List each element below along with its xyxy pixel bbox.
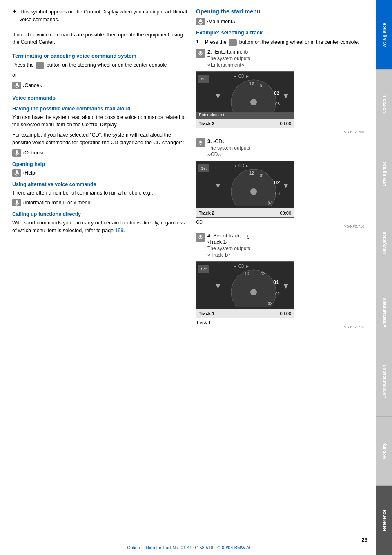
svg-point-23 xyxy=(250,188,257,195)
help-cmd-text: ›Help‹ xyxy=(23,170,37,176)
display3-track-label: Track 1 xyxy=(196,320,364,325)
sidebar-tab-mobility[interactable]: Mobility xyxy=(376,416,392,486)
svg-text:05: 05 xyxy=(256,205,261,206)
track-time-2: 00:00 xyxy=(280,210,291,215)
svg-rect-30 xyxy=(199,235,201,237)
svg-rect-10 xyxy=(199,51,201,54)
svg-text:03: 03 xyxy=(275,191,280,196)
step4-output-result: ››Track 1‹‹ xyxy=(207,252,364,258)
opening-start-menu-heading: Opening the start menu xyxy=(196,8,364,15)
page-number: 23 xyxy=(362,537,368,543)
step2-output-result: ››Entertainment‹‹ xyxy=(207,62,364,68)
svg-point-33 xyxy=(250,289,257,295)
no-other-text: If no other voice commands are possible,… xyxy=(12,31,188,47)
step2-content: 2. ›Entertainment‹ The system outputs: ›… xyxy=(207,49,364,68)
step3-cmd: ›CD‹ xyxy=(213,139,224,144)
left-column: ✦ This symbol appears on the Control Dis… xyxy=(12,8,188,539)
sidebar-tab-at-a-glance[interactable]: At a glance xyxy=(376,0,392,69)
display2-container: Set ◄ CD ► 12 01 02 03 xyxy=(196,161,364,228)
voice-commands-heading: Voice commands xyxy=(12,95,188,101)
cancel-mic-icon xyxy=(12,82,21,89)
svg-text:01: 01 xyxy=(273,279,279,285)
example-heading: Example: selecting a track xyxy=(196,29,364,36)
info-mic-icon xyxy=(12,199,21,206)
ent-bar-text-1: Entertainment xyxy=(199,113,224,117)
step4-badge xyxy=(196,233,205,242)
step3-row: 3. ›CD‹ The system outputs: ››CD‹‹ xyxy=(196,138,364,157)
step4-track-cmd: ›Track 1‹ xyxy=(207,239,228,245)
cd-display-3: Set ◄ CD ► 10 11 12 01 xyxy=(196,261,294,318)
cd-display-2: Set ◄ CD ► 12 01 02 03 xyxy=(196,161,294,218)
step3-badge xyxy=(196,138,205,147)
set-button-1: Set xyxy=(198,75,209,83)
step3-number: 3. xyxy=(207,139,212,144)
set-button-2: Set xyxy=(198,164,209,172)
svg-text:12: 12 xyxy=(249,81,254,86)
step3-content: 3. ›CD‹ The system outputs: ››CD‹‹ xyxy=(207,138,364,157)
track-time-3: 00:00 xyxy=(280,311,291,316)
terminating-heading: Terminating or canceling voice command s… xyxy=(12,53,188,59)
terminating-body: Press the button on the steering wheel o… xyxy=(12,61,188,69)
sidebar-tab-communication[interactable]: Communication xyxy=(376,347,392,416)
track-bar-2: Track 2 00:00 xyxy=(196,208,294,217)
step4-row: 4. Select track, e.g.: ›Track 1‹ The sys… xyxy=(196,233,364,258)
or-text: or xyxy=(12,72,188,79)
svg-text:02: 02 xyxy=(274,179,280,186)
step2-row: 2. ›Entertainment‹ The system outputs: ›… xyxy=(196,49,364,68)
svg-text:04: 04 xyxy=(268,201,273,206)
main-menu-cmd-line: ›Main menu‹ xyxy=(196,18,364,25)
display1-watermark: VS-KFZ.700 xyxy=(196,130,364,134)
svg-text:12: 12 xyxy=(249,171,254,175)
options-cmd-line: ›Options‹ xyxy=(12,149,188,157)
info-cmd-text: ›Information menu‹ or ›i menu‹ xyxy=(23,200,92,206)
steering-wheel-button-icon xyxy=(36,62,44,69)
svg-text:03: 03 xyxy=(268,302,273,306)
help-cmd-line: ›Help‹ xyxy=(12,169,188,177)
sidebar-tab-driving-tips[interactable]: Driving tips xyxy=(376,139,392,208)
svg-text:01: 01 xyxy=(260,84,265,88)
step4-content: 4. Select track, e.g.: ›Track 1‹ The sys… xyxy=(207,233,364,258)
svg-text:02: 02 xyxy=(275,292,280,296)
help-mic-icon xyxy=(12,169,21,177)
sidebar-tab-reference[interactable]: Reference xyxy=(376,486,392,555)
display1-container: Set ◄ CD ► 12 xyxy=(196,71,364,134)
display3-container: Set ◄ CD ► 10 11 12 01 xyxy=(196,261,364,329)
step1-text: Press the button on the steering wheel o… xyxy=(205,39,359,46)
ent-bar-1: Entertainment xyxy=(196,112,294,119)
calling-link[interactable]: 199 xyxy=(115,228,124,233)
step1-button-icon xyxy=(229,39,237,46)
calling-body: With short commands you can carry out ce… xyxy=(12,219,188,235)
step1-number: 1. xyxy=(196,39,203,45)
info-cmd-line: ›Information menu‹ or ›i menu‹ xyxy=(12,199,188,206)
having-body1: You can have the system read aloud the p… xyxy=(12,114,188,129)
having-body2: For example, if you have selected "CD", … xyxy=(12,131,188,147)
track-label-2: Track 2 xyxy=(199,210,214,215)
opening-help-heading: Opening help xyxy=(12,161,188,167)
track-label-1: Track 2 xyxy=(199,121,214,126)
cancel-cmd-line: ›Cancel‹ xyxy=(12,82,188,89)
step4-text: Select track, e.g.: xyxy=(213,233,253,239)
right-sidebar: At a glance Controls Driving tips Naviga… xyxy=(376,0,392,555)
mic-symbol-icon: ✦ xyxy=(12,8,17,15)
sidebar-tab-navigation[interactable]: Navigation xyxy=(376,208,392,278)
svg-point-13 xyxy=(250,99,257,105)
cancel-cmd-text: ›Cancel‹ xyxy=(23,83,42,88)
svg-rect-8 xyxy=(199,19,202,22)
cd-display-1: Set ◄ CD ► 12 xyxy=(196,71,294,128)
svg-rect-2 xyxy=(16,150,18,154)
using-alt-heading: Using alternative voice commands xyxy=(12,181,188,187)
svg-text:12: 12 xyxy=(261,271,266,276)
sidebar-tab-controls[interactable]: Controls xyxy=(376,69,392,139)
options-mic-icon xyxy=(12,149,21,157)
main-menu-mic-icon xyxy=(196,18,205,25)
display2-cd-label: CD xyxy=(196,219,364,224)
track-time-1: 00:00 xyxy=(280,121,291,126)
having-heading: Having the possible voice commands read … xyxy=(12,106,188,112)
svg-point-32 xyxy=(231,270,276,307)
svg-text:01: 01 xyxy=(260,173,265,178)
sidebar-tab-entertainment[interactable]: Entertainment xyxy=(376,278,392,347)
step4-number: 4. xyxy=(207,233,212,239)
svg-text:10: 10 xyxy=(245,271,249,276)
track-label-3: Track 1 xyxy=(199,311,214,316)
svg-rect-0 xyxy=(16,83,18,86)
